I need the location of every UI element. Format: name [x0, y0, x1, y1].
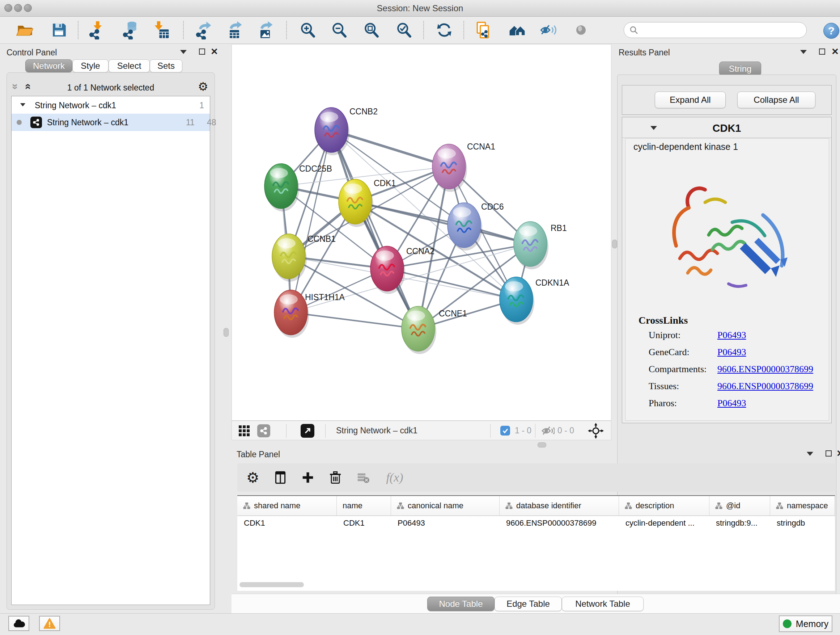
table-panel-title: Table Panel: [237, 450, 280, 459]
import-database-button[interactable]: [120, 20, 141, 40]
search-icon: [629, 25, 638, 35]
export-image-button[interactable]: [255, 20, 275, 40]
table-row[interactable]: CDK1CDK1P064939606.ENSP00000378699cyclin…: [237, 516, 835, 530]
network-row-selected[interactable]: String Network – cdk1 11 48: [11, 114, 210, 131]
save-session-button[interactable]: [49, 20, 69, 40]
table-settings-button[interactable]: ⚙: [244, 469, 262, 486]
control-panel-collapse-icon[interactable]: [180, 50, 187, 54]
crosslink-link[interactable]: P06493: [717, 398, 746, 409]
graph-node-RB1[interactable]: [514, 222, 548, 269]
control-panel-float-icon[interactable]: [199, 49, 205, 55]
show-columns-button[interactable]: [271, 469, 289, 486]
protein-header[interactable]: CDK1: [622, 117, 831, 138]
network-graph[interactable]: CCNB2CCNA1CDC25BCDK1CDC6RB1CCNB1CCNA2CDK…: [232, 44, 611, 420]
crosslink-link[interactable]: P06493: [717, 347, 746, 358]
table-header-database-identifier[interactable]: database identifier: [500, 496, 619, 516]
table-header--id[interactable]: @id: [709, 496, 770, 516]
birdseye-grid-icon[interactable]: [238, 425, 250, 437]
warning-status-button[interactable]: [39, 616, 60, 631]
graph-node-CCNB2[interactable]: [315, 108, 349, 155]
crosslink-link[interactable]: P06493: [717, 330, 746, 340]
graph-node-label-CDC25B: CDC25B: [299, 164, 332, 173]
graph-node-CDK1[interactable]: [339, 179, 373, 227]
table-cell[interactable]: CDK1: [237, 516, 337, 530]
selected-checkbox-icon[interactable]: [500, 426, 510, 435]
tab-network[interactable]: Network: [25, 59, 73, 73]
export-network-button[interactable]: [194, 20, 214, 40]
search-input[interactable]: [624, 22, 807, 38]
graph-node-CDC6[interactable]: [447, 203, 482, 250]
collapse-all-button[interactable]: Collapse All: [737, 92, 815, 108]
crosslink-link[interactable]: 9606.ENSP00000378699: [717, 381, 813, 392]
zoom-in-button[interactable]: [297, 20, 317, 40]
tab-string[interactable]: String: [719, 62, 761, 76]
graph-node-HIST1H1A[interactable]: [274, 290, 309, 338]
table-panel-float-icon[interactable]: [826, 450, 832, 456]
open-in-new-icon[interactable]: [301, 424, 314, 438]
control-panel-close-icon[interactable]: ✕: [210, 48, 218, 55]
graph-node-label-CCNB2: CCNB2: [349, 107, 378, 116]
show-all-button[interactable]: [571, 20, 591, 40]
table-header-description[interactable]: description: [619, 496, 709, 516]
results-panel-float-icon[interactable]: [819, 49, 825, 55]
delete-column-button[interactable]: [326, 469, 344, 486]
network-canvas[interactable]: CCNB2CCNA1CDC25BCDK1CDC6RB1CCNB1CCNA2CDK…: [232, 44, 611, 421]
graph-node-CDKN1A[interactable]: [500, 277, 534, 325]
left-splitter-handle[interactable]: [224, 328, 229, 337]
tab-sets[interactable]: Sets: [150, 59, 182, 73]
table-cell[interactable]: 9606.ENSP00000378699: [500, 516, 619, 530]
zoom-out-button[interactable]: [329, 20, 349, 40]
table-panel-collapse-icon[interactable]: [807, 452, 813, 456]
tab-network-table[interactable]: Network Table: [562, 597, 644, 611]
expand-all-button[interactable]: Expand All: [655, 92, 726, 108]
network-options-gear-icon[interactable]: ⚙: [198, 81, 208, 92]
graph-edge-CCNA2-CDKN1A[interactable]: [387, 269, 516, 299]
table-cell[interactable]: CDK1: [337, 516, 391, 530]
toolbar-separator: [463, 21, 464, 39]
annotations-button[interactable]: [473, 20, 493, 40]
export-table-button[interactable]: [224, 20, 245, 40]
zoom-fit-button[interactable]: [361, 20, 381, 40]
import-network-button[interactable]: [87, 20, 107, 40]
table-header-namespace[interactable]: namespace: [770, 496, 835, 516]
home-button[interactable]: [507, 20, 527, 40]
graph-node-label-CCNE1: CCNE1: [439, 309, 467, 318]
refresh-button[interactable]: [434, 20, 454, 40]
results-panel-collapse-icon[interactable]: [800, 50, 807, 54]
table-header-shared-name[interactable]: shared name: [237, 496, 337, 516]
horizontal-splitter-handle[interactable]: [538, 442, 546, 448]
graph-node-CCNE1[interactable]: [401, 306, 436, 354]
table-header-name[interactable]: name: [337, 496, 391, 516]
table-cell[interactable]: P06493: [391, 516, 500, 530]
table-cell[interactable]: stringdb:9...: [709, 516, 770, 530]
results-panel-close-icon[interactable]: ✕: [831, 48, 839, 55]
table-panel-close-icon[interactable]: ✕: [836, 450, 840, 457]
add-column-button[interactable]: [299, 469, 317, 486]
graph-edge-CCNB2-HIST1H1A[interactable]: [291, 130, 332, 312]
memory-button[interactable]: Memory: [779, 616, 832, 632]
string-badge-icon[interactable]: [257, 424, 270, 437]
graph-node-CCNB1[interactable]: [272, 234, 307, 282]
table-horizontal-scrollbar[interactable]: [240, 582, 304, 587]
import-table-button[interactable]: [151, 20, 172, 40]
graph-node-CCNA2[interactable]: [370, 246, 405, 294]
column-namespace-icon: [243, 502, 250, 509]
table-cell[interactable]: cyclin-dependent ...: [619, 516, 709, 530]
help-button[interactable]: ?: [823, 23, 839, 39]
crosslink-link[interactable]: 9606.ENSP00000378699: [717, 364, 813, 375]
fit-selected-crosshair-icon[interactable]: [588, 423, 604, 439]
zoom-selected-button[interactable]: [393, 20, 414, 40]
table-header-canonical-name[interactable]: canonical name: [391, 496, 500, 516]
hide-selected-button[interactable]: [538, 20, 559, 40]
cloud-status-button[interactable]: [8, 616, 29, 631]
network-collection-row[interactable]: String Network – cdk1 1: [11, 97, 210, 114]
tab-select[interactable]: Select: [109, 59, 150, 73]
open-session-button[interactable]: [15, 20, 35, 40]
tab-edge-table[interactable]: Edge Table: [494, 597, 562, 611]
tab-node-table[interactable]: Node Table: [427, 597, 494, 611]
collection-expand-icon[interactable]: [20, 103, 25, 106]
hidden-eye-icon[interactable]: [541, 425, 554, 436]
table-cell[interactable]: stringdb: [770, 516, 835, 530]
graph-edge-HIST1H1A-CCNE1[interactable]: [291, 312, 418, 329]
tab-style[interactable]: Style: [73, 59, 109, 73]
